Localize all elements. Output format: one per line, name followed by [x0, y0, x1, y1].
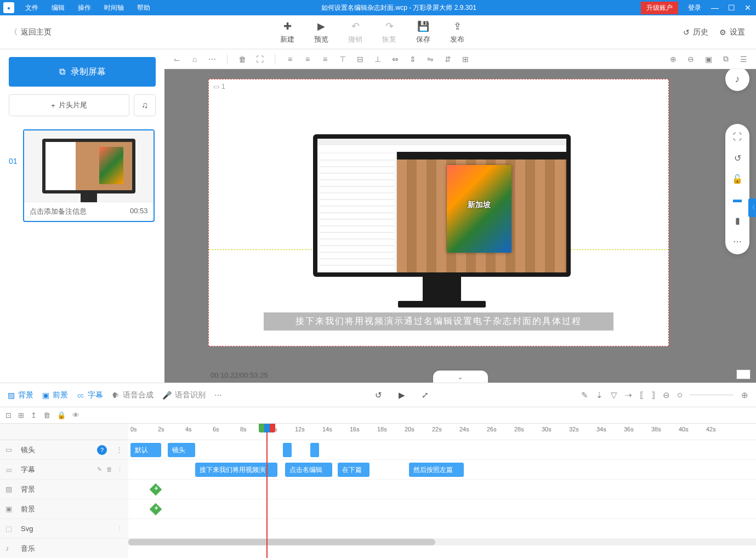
- maximize-button[interactable]: ☐: [723, 3, 740, 12]
- align-right-icon[interactable]: ≡: [320, 54, 330, 64]
- menu-file[interactable]: 文件: [19, 3, 45, 13]
- track-background[interactable]: ▨背景: [0, 480, 128, 499]
- delete-track-icon[interactable]: 🗑: [43, 411, 50, 419]
- align-middle-icon[interactable]: ⊟: [355, 54, 365, 64]
- duplicate-icon[interactable]: ⧉: [721, 54, 731, 64]
- unlock-icon[interactable]: 🔓: [732, 173, 743, 184]
- close-button[interactable]: ✕: [740, 3, 756, 12]
- scene-thumbnail[interactable]: [24, 130, 154, 202]
- align-top-icon[interactable]: ⊤: [338, 54, 348, 64]
- settings-button[interactable]: ⚙设置: [719, 27, 745, 37]
- clip-camera[interactable]: 镜头: [168, 443, 195, 457]
- clip-sub1[interactable]: 接下来我们将用视频演: [195, 463, 277, 477]
- align-bottom2-icon[interactable]: ⊥: [373, 54, 383, 64]
- tab-background[interactable]: ▨背景: [8, 390, 33, 400]
- stage-monitor-graphic[interactable]: [313, 134, 571, 277]
- track-svg[interactable]: ⬚Svg⋮: [0, 519, 128, 539]
- login-button[interactable]: 登录: [683, 3, 707, 13]
- expand-icon[interactable]: ⤢: [422, 390, 429, 400]
- lock-track-icon[interactable]: 🔒: [57, 411, 66, 419]
- undo-button[interactable]: ↶撤销: [348, 20, 362, 44]
- bg-track-row[interactable]: [128, 480, 756, 499]
- tracks-area[interactable]: 0s2s4s6s8s10s12s14s16s18s20s22s24s26s28s…: [128, 424, 756, 558]
- redo-button[interactable]: ↷恢复: [382, 20, 396, 44]
- svg-track-row[interactable]: [128, 519, 756, 539]
- tab-foreground[interactable]: ▣前景: [42, 390, 68, 400]
- add-track-icon[interactable]: ⊡: [5, 411, 12, 419]
- clip-sub2[interactable]: 点击名编辑: [285, 463, 332, 477]
- scrollbar-thumb[interactable]: [128, 539, 435, 545]
- menu-action[interactable]: 操作: [71, 3, 98, 13]
- more-icon[interactable]: ⋯: [207, 54, 217, 64]
- distribute-v-icon[interactable]: ⇕: [408, 54, 418, 64]
- tab-asr[interactable]: 🎤语音识别: [162, 390, 206, 400]
- mobile-view-icon[interactable]: ▮: [732, 215, 743, 226]
- zoom-in-icon[interactable]: ⊕: [668, 54, 678, 64]
- subtitle-track-row[interactable]: 接下来我们将用视频演 点击名编辑 在下篇 然后按照左篇: [128, 460, 756, 480]
- visibility-icon[interactable]: 👁: [72, 411, 79, 419]
- time-ruler[interactable]: 0s2s4s6s8s10s12s14s16s18s20s22s24s26s28s…: [128, 424, 756, 440]
- clip-marker[interactable]: [283, 443, 292, 457]
- record-screen-button[interactable]: ⧉ 录制屏幕: [9, 57, 156, 87]
- home-icon[interactable]: ⌂: [190, 54, 200, 64]
- more-tools-icon[interactable]: ⋯: [732, 236, 743, 247]
- add-fg-button[interactable]: [150, 503, 162, 516]
- upgrade-button[interactable]: 升级账户: [641, 2, 678, 14]
- edge-expand-tab[interactable]: 〈: [748, 198, 756, 217]
- play-timeline-icon[interactable]: ▶: [399, 390, 405, 400]
- edit-icon[interactable]: ✎: [581, 390, 588, 400]
- clip-default[interactable]: 默认: [130, 443, 161, 457]
- desktop-view-icon[interactable]: ▬: [732, 194, 743, 205]
- reset-icon[interactable]: ↺: [732, 152, 743, 163]
- menu-icon[interactable]: ☰: [738, 54, 748, 64]
- head-tail-button[interactable]: +片头片尾: [9, 94, 129, 116]
- zoom-track[interactable]: [690, 395, 734, 395]
- edit-sub-icon[interactable]: ✎: [97, 466, 102, 473]
- save-button[interactable]: 💾保存: [416, 20, 430, 44]
- zoom-in-tl-icon[interactable]: ⊕: [741, 390, 748, 400]
- clip-sub3[interactable]: 在下篇: [338, 463, 370, 477]
- fullscreen-icon[interactable]: ⛶: [732, 132, 743, 143]
- track-camera[interactable]: ▭镜头?⋮: [0, 440, 128, 460]
- flip-v-icon[interactable]: ⇵: [443, 54, 453, 64]
- fit-icon[interactable]: ▣: [703, 54, 713, 64]
- scene-note[interactable]: 点击添加备注信息: [30, 207, 87, 217]
- bracket-left-icon[interactable]: ⟦: [640, 390, 644, 400]
- zoom-slider[interactable]: [678, 393, 682, 397]
- marker-icon[interactable]: ⇣: [596, 390, 603, 400]
- history-button[interactable]: ↺历史: [683, 27, 708, 37]
- align-bottom-icon[interactable]: ⌙: [172, 54, 182, 64]
- align-left-icon[interactable]: ≡: [285, 54, 295, 64]
- help-icon[interactable]: ?: [97, 445, 107, 455]
- track-subtitle[interactable]: ㏄字幕✎🗑⋮: [0, 460, 128, 480]
- publish-button[interactable]: ⇪发布: [450, 20, 464, 44]
- timeline-scrollbar[interactable]: [128, 539, 756, 545]
- zoom-out-tl-icon[interactable]: ⊖: [663, 390, 670, 400]
- minimize-button[interactable]: —: [707, 3, 723, 12]
- delete-icon[interactable]: 🗑: [237, 54, 247, 64]
- zoom-out-icon[interactable]: ⊖: [686, 54, 696, 64]
- clip-sub4[interactable]: 然后按照左篇: [409, 463, 464, 477]
- mini-preview[interactable]: [736, 369, 751, 379]
- folder-add-icon[interactable]: ⊞: [18, 411, 24, 419]
- new-button[interactable]: ✚新建: [280, 20, 294, 44]
- add-bg-button[interactable]: [150, 483, 162, 496]
- flip-h-icon[interactable]: ⇋: [425, 54, 435, 64]
- group-icon[interactable]: ⊞: [461, 54, 470, 64]
- fg-track-row[interactable]: [128, 499, 756, 519]
- track-foreground[interactable]: ▣前景: [0, 499, 128, 519]
- upload-track-icon[interactable]: ↥: [31, 411, 37, 419]
- back-home-button[interactable]: 〈 返回主页: [0, 27, 61, 37]
- crop-icon[interactable]: ⛶: [255, 54, 265, 64]
- bracket-right-icon[interactable]: ⟧: [651, 390, 655, 400]
- link-icon[interactable]: ⇢: [625, 390, 632, 400]
- menu-edit[interactable]: 编辑: [45, 3, 71, 13]
- filter-icon[interactable]: ▽: [611, 390, 617, 400]
- menu-timeline[interactable]: 时间轴: [98, 3, 130, 13]
- canvas-stage[interactable]: ▭1 接下来我们将用视频演示通过名编辑设置电子杂志封面的具体过程: [208, 79, 669, 346]
- scene-item[interactable]: 01 点击添加备注信息 00:53: [9, 129, 156, 222]
- del-sub-icon[interactable]: 🗑: [106, 466, 112, 473]
- preview-button[interactable]: ▶预览: [314, 20, 328, 44]
- playhead-handle[interactable]: [259, 423, 275, 432]
- rewind-icon[interactable]: ↺: [375, 390, 382, 400]
